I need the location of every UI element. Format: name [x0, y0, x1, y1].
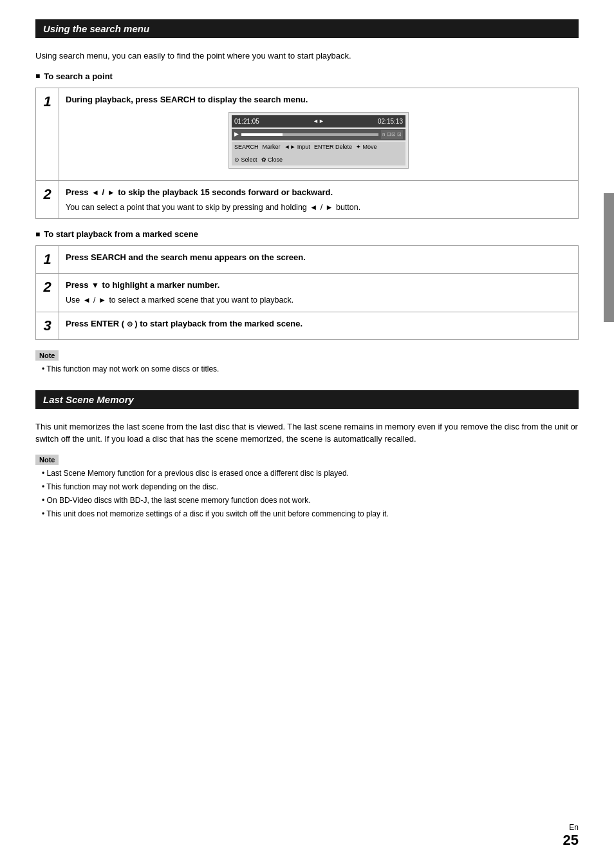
step-1-text: During playback, press SEARCH to display… [66, 95, 308, 104]
step-2-content: Press ◄ / ► to skip the playback 15 seco… [59, 181, 579, 219]
step-2-main: Press ◄ / ► to skip the playback 15 seco… [66, 187, 333, 197]
progress-bar [241, 133, 378, 136]
page-content: Using the search menu Using search menu,… [0, 0, 614, 562]
right-tab [604, 193, 614, 322]
step-number-1b: 1 [36, 246, 59, 274]
note-items-1: This function may not work on some discs… [35, 363, 579, 375]
search-point-steps: 1 During playback, press SEARCH to displ… [35, 88, 579, 220]
section-search-title: Using the search menu [35, 19, 579, 38]
note-label-1: Note [35, 350, 59, 361]
step-2b-content: Press ▼ to highlight a marker number. Us… [59, 274, 579, 312]
last-scene-note-section: Note Last Scene Memory function for a pr… [35, 455, 579, 520]
step-2-sub: You can select a point that you want to … [66, 202, 572, 214]
note-item: This unit does not memorize settings of … [42, 508, 579, 520]
section-search-menu: Using the search menu Using search menu,… [35, 19, 579, 375]
section-last-scene-intro: This unit memorizes the last scene from … [35, 420, 579, 446]
step-number-3b: 3 [36, 312, 59, 339]
table-row: 2 Press ▼ to highlight a marker number. … [36, 274, 579, 312]
page-number: En 25 [563, 823, 579, 849]
step-1-content: During playback, press SEARCH to display… [59, 88, 579, 181]
step-number-2b: 2 [36, 274, 59, 312]
page-num-value: 25 [563, 832, 579, 849]
table-row: 3 Press ENTER ( ⊙ ) to start playback fr… [36, 312, 579, 339]
search-screen-time: 01:21:05 ◄► 02:15:13 [232, 115, 405, 127]
step-3b-text: Press ENTER ( ⊙ ) to start playback from… [66, 319, 302, 328]
search-controls: SEARCH Marker ◄► Input ENTER Delete ✦ Mo… [232, 142, 405, 165]
note-item: This function may not work depending on … [42, 481, 579, 493]
search-screen-bar: ▶ n ⊡⊡ ⊡ [232, 129, 405, 140]
marked-scene-steps: 1 Press SEARCH and the search menu appea… [35, 245, 579, 339]
subsection-search-point-heading: To search a point [35, 71, 579, 81]
table-row: 2 Press ◄ / ► to skip the playback 15 se… [36, 181, 579, 219]
subsection-marked-scene-heading: To start playback from a marked scene [35, 229, 579, 239]
step-3b-content: Press ENTER ( ⊙ ) to start playback from… [59, 312, 579, 339]
step-2b-main: Press ▼ to highlight a marker number. [66, 280, 219, 290]
note-items-2: Last Scene Memory function for a previou… [35, 467, 579, 520]
section-last-scene: Last Scene Memory This unit memorizes th… [35, 390, 579, 520]
search-screen-mockup: 01:21:05 ◄► 02:15:13 ▶ n ⊡⊡ ⊡ S [228, 112, 409, 169]
note-item: On BD-Video discs with BD-J, the last sc… [42, 495, 579, 506]
step-1b-text: Press SEARCH and the search menu appears… [66, 252, 306, 262]
section-last-scene-title: Last Scene Memory [35, 390, 579, 409]
progress-fill [241, 133, 283, 136]
note-item: Last Scene Memory function for a previou… [42, 467, 579, 479]
step-number-2: 2 [36, 181, 59, 219]
page-lang: En [563, 823, 579, 832]
step-2b-sub: Use ◄ / ► to select a marked scene that … [66, 294, 572, 307]
step-1b-content: Press SEARCH and the search menu appears… [59, 246, 579, 274]
table-row: 1 During playback, press SEARCH to displ… [36, 88, 579, 181]
table-row: 1 Press SEARCH and the search menu appea… [36, 246, 579, 274]
note-item: This function may not work on some discs… [42, 363, 579, 375]
search-note-section: Note This function may not work on some … [35, 350, 579, 375]
step-number-1: 1 [36, 88, 59, 181]
section-search-intro: Using search menu, you can easily to fin… [35, 50, 579, 62]
note-label-2: Note [35, 455, 59, 465]
